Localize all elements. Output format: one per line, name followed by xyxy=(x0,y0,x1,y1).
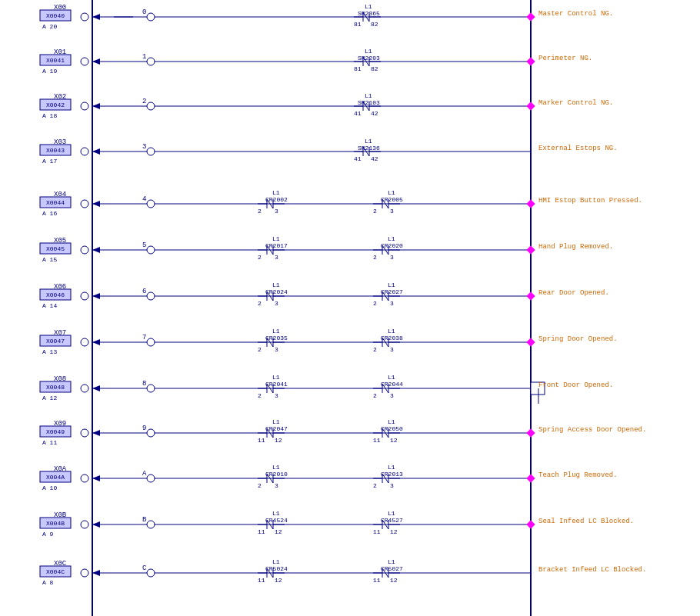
svg-point-231 xyxy=(81,429,88,437)
svg-text:11: 11 xyxy=(258,437,265,444)
svg-text:Hand Plug Removed.: Hand Plug Removed. xyxy=(538,243,613,251)
svg-text:4: 4 xyxy=(142,195,146,203)
svg-text:L1: L1 xyxy=(365,3,372,10)
svg-text:L1: L1 xyxy=(272,374,280,381)
svg-text:Spring Access Door Opened.: Spring Access Door Opened. xyxy=(538,426,646,434)
svg-text:X0C: X0C xyxy=(54,560,67,568)
svg-text:L1: L1 xyxy=(272,558,280,565)
svg-text:2: 2 xyxy=(142,98,146,105)
svg-text:A 12: A 12 xyxy=(42,395,57,401)
svg-rect-167 xyxy=(526,291,535,300)
svg-text:L1: L1 xyxy=(388,235,395,242)
svg-rect-41 xyxy=(526,57,535,65)
svg-text:3: 3 xyxy=(275,208,278,215)
svg-text:External Estops NG.: External Estops NG. xyxy=(538,145,618,152)
svg-text:3: 3 xyxy=(275,482,278,489)
svg-point-204 xyxy=(147,385,155,392)
svg-text:L1: L1 xyxy=(272,281,280,288)
svg-rect-284 xyxy=(526,474,535,482)
svg-text:2: 2 xyxy=(373,208,377,215)
svg-point-66 xyxy=(81,148,88,155)
svg-marker-173 xyxy=(92,339,100,345)
svg-text:A 8: A 8 xyxy=(42,579,54,586)
svg-text:L1: L1 xyxy=(388,558,395,565)
svg-text:X0046: X0046 xyxy=(46,291,65,298)
svg-rect-138 xyxy=(526,245,535,254)
svg-text:82: 82 xyxy=(371,65,378,72)
svg-text:3: 3 xyxy=(390,482,394,489)
svg-point-260 xyxy=(81,474,88,482)
svg-text:X0043: X0043 xyxy=(46,147,65,154)
svg-point-318 xyxy=(81,569,88,577)
svg-text:L1: L1 xyxy=(388,281,395,288)
svg-text:11: 11 xyxy=(258,577,265,584)
svg-point-85 xyxy=(81,200,88,208)
svg-text:A 13: A 13 xyxy=(42,348,57,355)
svg-marker-86 xyxy=(92,201,100,207)
svg-text:X00: X00 xyxy=(54,4,66,12)
svg-text:11: 11 xyxy=(373,577,381,584)
svg-point-5 xyxy=(81,13,88,21)
svg-text:L1: L1 xyxy=(388,189,395,196)
svg-text:X0044: X0044 xyxy=(46,199,65,206)
svg-text:A 9: A 9 xyxy=(42,531,54,538)
svg-text:3: 3 xyxy=(390,346,394,353)
svg-text:81: 81 xyxy=(354,21,362,28)
svg-text:L1: L1 xyxy=(388,464,395,471)
svg-point-46 xyxy=(81,102,88,110)
svg-text:1: 1 xyxy=(142,53,146,61)
svg-text:2: 2 xyxy=(373,482,377,489)
svg-text:3: 3 xyxy=(390,300,394,307)
svg-text:A 18: A 18 xyxy=(42,112,57,119)
svg-text:L1: L1 xyxy=(388,328,395,335)
svg-text:Marker Control NG.: Marker Control NG. xyxy=(538,99,613,107)
svg-text:A 15: A 15 xyxy=(42,256,57,263)
svg-text:Spring Door Opened.: Spring Door Opened. xyxy=(538,335,618,343)
svg-text:12: 12 xyxy=(275,437,282,444)
svg-point-292 xyxy=(147,521,155,528)
svg-text:A 16: A 16 xyxy=(42,210,57,217)
svg-marker-67 xyxy=(92,148,100,155)
svg-point-146 xyxy=(147,292,155,300)
svg-text:7: 7 xyxy=(142,334,146,341)
svg-text:Seal Infeed LC Blocked.: Seal Infeed LC Blocked. xyxy=(538,518,634,525)
svg-marker-115 xyxy=(92,247,100,253)
svg-rect-19 xyxy=(526,12,535,21)
svg-text:L1: L1 xyxy=(272,189,280,196)
svg-point-9 xyxy=(147,13,155,21)
svg-point-29 xyxy=(147,58,155,65)
svg-marker-27 xyxy=(92,58,100,65)
svg-point-26 xyxy=(81,58,88,65)
svg-text:B: B xyxy=(142,516,147,524)
svg-text:5: 5 xyxy=(142,241,146,249)
svg-text:L1: L1 xyxy=(365,92,372,99)
svg-text:L1: L1 xyxy=(272,418,280,425)
svg-text:X03: X03 xyxy=(54,138,66,146)
ladder-svg: X0040 0 L1 SR2365 81 82 Master Control N… xyxy=(0,0,700,616)
svg-text:X004A: X004A xyxy=(46,474,65,481)
svg-text:A 10: A 10 xyxy=(42,484,57,491)
svg-text:41: 41 xyxy=(354,155,362,162)
svg-text:11: 11 xyxy=(373,528,381,535)
svg-point-263 xyxy=(147,474,155,482)
svg-text:X08: X08 xyxy=(54,375,66,383)
svg-point-172 xyxy=(81,338,88,346)
svg-point-88 xyxy=(147,200,155,208)
svg-point-289 xyxy=(81,521,88,528)
svg-text:X0B: X0B xyxy=(54,511,67,519)
svg-text:41: 41 xyxy=(354,110,362,117)
svg-text:2: 2 xyxy=(258,482,262,489)
svg-text:8: 8 xyxy=(142,380,146,388)
svg-text:L1: L1 xyxy=(365,48,372,55)
svg-text:42: 42 xyxy=(371,110,378,117)
svg-text:2: 2 xyxy=(373,346,377,353)
svg-point-49 xyxy=(147,102,155,110)
svg-text:X0049: X0049 xyxy=(46,428,65,435)
svg-marker-319 xyxy=(92,570,100,576)
svg-text:X02: X02 xyxy=(54,93,66,101)
svg-text:Front Door Opened.: Front Door Opened. xyxy=(538,381,613,389)
svg-point-175 xyxy=(147,338,155,346)
svg-rect-313 xyxy=(526,520,535,528)
svg-text:3: 3 xyxy=(142,143,146,151)
svg-text:12: 12 xyxy=(390,528,398,535)
